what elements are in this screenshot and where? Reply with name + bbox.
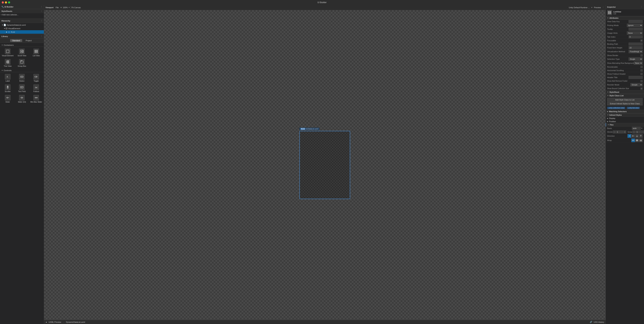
style-class-list-header[interactable]: ▼ Style Class List [606,94,644,97]
show-add-remove-footer-checkbox[interactable] [640,80,642,82]
show-border-checkbox[interactable] [640,54,642,56]
inspector-title: Inspector [607,6,616,8]
hierarchy-item-list[interactable]: ▶ ▤ #List [0,30,44,34]
wrap-wrap-reverse-btn[interactable] [639,138,642,142]
ui-builder-tab[interactable]: 🔧 UI Builder ⋮ [0,5,44,9]
lib-item-scroller[interactable]: Scroller [1,83,15,94]
add-selector-button[interactable]: + Add new selector... [0,13,19,16]
tooltip-input[interactable] [628,28,642,30]
tab-index-input[interactable] [628,36,642,38]
grow-plus[interactable]: + [643,130,644,133]
lib-item-label[interactable]: A Label [1,73,15,83]
tree-arrow-list: ▶ [6,31,8,33]
wrap-wrap-btn[interactable] [635,138,639,142]
category-containers[interactable]: ▼ Containers [0,44,44,47]
file-button[interactable]: File [55,6,60,9]
dir-column-btn[interactable] [635,134,639,138]
basis-arrow: ▼ [641,128,642,129]
hierarchy-item-root[interactable]: ▼ 📄 DynamicDataList.uxml [0,23,44,27]
hierarchy-section: Hierarchy ⋮ ▼ 📄 DynamicDataList.uxml ▼ V… [0,19,44,34]
viewport-more-icon[interactable]: ⋮ [602,6,604,8]
category-controls[interactable]: ▼ Controls [0,69,44,72]
lib-item-slider[interactable]: Slider [1,94,15,104]
show-alternating-select[interactable]: None [634,62,642,65]
attr-tooltip: Tooltip [606,28,644,31]
bottom-arrow-icon[interactable]: ▲ [46,321,47,323]
add-style-class-button[interactable]: Add Style Class to List [607,98,642,102]
visual-element-label: VisualElement [8,28,20,30]
library-more-icon[interactable]: ⋮ [40,35,42,38]
panel-more-icon[interactable]: ⋮ [40,6,42,8]
grow-minus[interactable]: − [632,130,635,133]
hash-label: #List [300,128,305,130]
svg-rect-6 [35,50,38,51]
window-title: UI Builder [318,1,327,4]
lib-item-slider-int[interactable]: Slider (Int) [15,94,29,104]
style-tag-collection-view[interactable]: .unity-collection-view [607,107,625,109]
direction-buttons [628,134,642,138]
lib-item-foldout[interactable]: Foldout [29,83,43,94]
basis-input[interactable] [632,127,641,130]
reorderable-checkbox[interactable] [640,66,642,68]
focusable-checkbox[interactable]: ✓ [640,40,642,42]
hierarchy-item-visual-element[interactable]: ▼ VisualElement [0,27,44,30]
extract-inlined-button[interactable]: Extract Inlined Styles to New Class [607,102,642,106]
lib-item-visual-element[interactable]: Visual Element [1,48,15,58]
view-data-key-input[interactable] [628,20,642,23]
lib-item-toggle[interactable]: Toggle [29,73,43,83]
dir-row-reverse-btn[interactable] [632,134,635,138]
fit-canvas-button[interactable]: Fit Canvas [70,6,82,9]
grow-input[interactable] [636,130,642,133]
tab-project[interactable]: Project [24,39,34,42]
attr-show-bound-collection-size: Show Bound Collection Size ✓ [606,87,644,90]
lib-item-button[interactable]: Button [15,73,29,83]
list-view-canvas[interactable] [300,131,350,199]
selection-type-select[interactable]: Single Multiple [628,58,642,61]
reorder-mode-select[interactable]: Simple Animated [630,83,642,86]
virtualization-method-select[interactable]: FixedHeight DynamicHeight [628,50,642,53]
lib-item-tree-view[interactable]: Tree View [1,58,15,68]
maximize-button[interactable] [8,2,10,4]
reorder-mode-label: Reorder Mode [607,84,630,86]
basis-value: ▼ [632,127,642,130]
position-subsection-header[interactable]: ▶ Position [606,120,644,123]
stylesheets-more-icon[interactable]: ⋮ [40,10,42,12]
shrink-input[interactable] [616,130,623,133]
inspector-more-icon[interactable]: ⋮ [641,6,642,8]
minimize-button[interactable] [5,2,7,4]
lib-item-text-field[interactable]: Text Field [15,83,29,94]
dir-column-reverse-btn[interactable] [639,134,642,138]
binding-path-input[interactable] [628,43,642,46]
header-title-input[interactable] [628,76,642,79]
flex-section-header[interactable]: ▼ Flex [606,123,644,126]
horizontal-scrolling-label: Horizontal Scrolling [607,70,640,72]
left-panel: 🔧 UI Builder ⋮ StyleSheets ⋮ + Add new s… [0,5,44,324]
shrink-plus[interactable]: + [623,130,626,133]
hierarchy-more-icon[interactable]: ⋮ [40,20,42,22]
matching-selectors-header[interactable]: ▶ Matching Selectors [606,110,644,113]
wrap-nowrap-btn[interactable] [632,138,635,142]
lib-item-group-box[interactable]: Box Group Box [15,58,29,68]
show-bound-collection-size-checkbox[interactable]: ✓ [640,88,642,90]
fixed-item-height-input[interactable] [628,46,642,49]
lib-item-scroll-view[interactable]: Scroll View [15,48,29,58]
file-label: nicDataList.uxml [306,128,318,130]
stylesheet-section-header[interactable]: ▼ StyleSheet [606,90,644,94]
shrink-minus[interactable]: − [613,130,616,133]
preview-button[interactable]: Preview [594,6,601,8]
view-data-key-value [628,20,642,23]
display-subsection-header[interactable]: ▶ Display [606,117,644,120]
style-tag-list-view[interactable]: .unity-list-view [627,107,640,109]
usage-hints-select[interactable]: None [627,32,642,34]
close-button[interactable] [2,2,4,4]
lib-item-list-view[interactable]: List View [29,48,43,58]
inlined-styles-header[interactable]: ▼ Inlined Styles [606,113,644,117]
show-foldout-header-checkbox[interactable] [640,73,642,75]
lib-label-visual-element: Visual Element [2,55,14,56]
lib-item-min-max-slider[interactable]: Min-Max Slider [29,94,43,104]
horizontal-scrolling-checkbox[interactable] [640,70,642,72]
picking-mode-select[interactable]: Ignore Position [627,24,642,27]
attributes-section-header[interactable]: ▼ Attributes [606,16,644,20]
dir-row-btn[interactable] [628,134,631,138]
tab-standard[interactable]: Standard [10,39,22,42]
